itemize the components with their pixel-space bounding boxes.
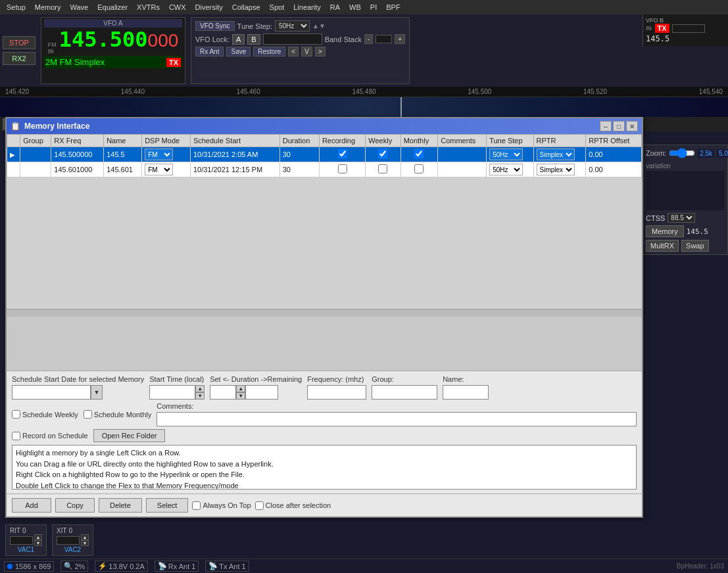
horizontal-scrollbar[interactable] [7,309,642,317]
rptr-select[interactable]: Simplex + - [537,164,575,175]
menu-xvtrs[interactable]: XVTRs [133,2,164,12]
col-monthly[interactable]: Monthly [400,135,438,147]
schedule-monthly-checkbox[interactable] [84,410,92,419]
xit-down[interactable]: ▼ [81,540,89,546]
monthly-checkbox[interactable] [414,149,424,158]
rit-input[interactable]: 0 [10,536,33,545]
vac2-label[interactable]: VAC2 [57,546,89,553]
vfo-freq-input[interactable]: 145.500000 [263,34,322,45]
memory-table-container[interactable]: Group RX Freq Name DSP Mode Schedule Sta… [7,134,642,371]
menu-wave[interactable]: Wave [66,2,92,12]
name-input[interactable]: 145.5 [443,385,489,400]
menu-bpf[interactable]: BPF [382,2,404,12]
tune-step-select[interactable]: 50Hz 100Hz [275,20,310,32]
monthly-checkbox[interactable] [414,164,424,173]
col-dspmode[interactable]: DSP Mode [142,135,191,147]
record-on-schedule-checkbox[interactable] [12,432,20,440]
menu-wb[interactable]: WB [345,2,365,12]
rptr-select[interactable]: Simplex + - [537,149,575,160]
save-button[interactable]: Save [226,47,251,57]
row-monthly[interactable] [400,162,438,177]
menu-pi[interactable]: PI [366,2,381,12]
frequency-input[interactable]: 145.500000 [307,385,366,400]
row-recording[interactable] [319,147,365,162]
close-after-selection-checkbox[interactable] [255,501,264,510]
menu-diversity[interactable]: Diversity [191,2,227,12]
row-weekly[interactable] [366,147,400,162]
row-monthly[interactable] [400,147,438,162]
row-schedstart[interactable]: 10/31/2021 12:15 PM [190,162,279,177]
record-on-schedule-label[interactable]: Record on Schedule [12,432,88,440]
row-dspmode[interactable]: FM USB LSB AM [142,147,191,162]
vfo-sync-button[interactable]: VFO Sync [195,21,235,31]
always-on-top-label[interactable]: Always On Top [192,501,251,510]
xit-up[interactable]: ▲ [81,534,89,540]
slider-area[interactable] [646,171,725,210]
row-rptr[interactable]: Simplex + - [533,162,586,177]
duration-input[interactable]: 30 [210,385,236,400]
schedule-weekly-checkbox[interactable] [12,410,20,419]
col-rptroffset[interactable]: RPTR Offset [586,135,642,147]
table-row[interactable]: ▶145.500000145.5 FM USB LSB AM 10/31/202… [7,147,642,162]
col-duration[interactable]: Duration [279,135,319,147]
tune-step-row-select[interactable]: 50Hz 100Hz [489,149,523,160]
band-stack-value[interactable]: 0 [376,35,392,43]
vfo-b-button[interactable]: B [247,34,260,45]
row-duration[interactable]: 30 [279,147,319,162]
time-up-button[interactable]: ▲ [195,385,205,392]
tune-step-row-select[interactable]: 50Hz 100Hz [489,164,523,175]
row-duration[interactable]: 30 [279,162,319,177]
time-down-button[interactable]: ▼ [195,392,205,400]
col-rptr[interactable]: RPTR [533,135,586,147]
recording-checkbox[interactable] [338,164,347,173]
row-schedstart[interactable]: 10/31/2021 2:05 AM [190,147,279,162]
zoom-5k[interactable]: 5.0k [717,149,728,158]
rit-down[interactable]: ▼ [34,540,42,546]
dsp-mode-select[interactable]: FM USB LSB AM [145,149,173,160]
band-stack-plus[interactable]: + [395,34,405,44]
row-weekly[interactable] [366,162,400,177]
menu-equalizer[interactable]: Equalizer [93,2,132,12]
duration-down-button[interactable]: ▼ [236,392,245,400]
add-button[interactable]: Add [12,498,51,513]
col-comments[interactable]: Comments [438,135,487,147]
schedule-weekly-label[interactable]: Schedule Weekly [12,410,78,419]
maximize-button[interactable]: □ [613,121,625,131]
table-row[interactable]: 145.601000145.601 FM USB LSB AM 10/31/20… [7,162,642,177]
row-rxfreq[interactable]: 145.601000 [51,162,104,177]
row-tunestep[interactable]: 50Hz 100Hz [487,147,533,162]
col-rxfreq[interactable]: RX Freq [51,135,104,147]
zoom-2k5[interactable]: 2.5k [698,149,714,158]
restore-button[interactable]: Restore [253,47,285,57]
weekly-checkbox[interactable] [378,164,387,173]
group-input[interactable] [372,385,437,400]
minimize-button[interactable]: – [600,121,612,131]
greater-button[interactable]: > [315,47,326,57]
menu-cwx[interactable]: CWX [165,2,190,12]
remaining-input[interactable] [245,385,278,400]
band-stack-minus[interactable]: - [364,34,373,44]
close-after-selection-label[interactable]: Close after selection [255,501,331,510]
multirx-button[interactable]: MultRX [646,240,679,252]
menu-spot[interactable]: Spot [266,2,289,12]
row-group[interactable] [20,147,51,162]
v-button[interactable]: V [301,47,312,57]
row-comments[interactable] [438,162,487,177]
col-schedstart[interactable]: Schedule Start [190,135,279,147]
start-time-input[interactable]: 2:05:44 [149,385,195,400]
vfo-a-frequency[interactable]: 145.500 [59,29,148,50]
col-group[interactable]: Group [20,135,51,147]
duration-up-button[interactable]: ▲ [236,385,245,392]
menu-ra[interactable]: RA [326,2,344,12]
less-button[interactable]: < [288,47,299,57]
col-weekly[interactable]: Weekly [366,135,400,147]
calendar-button[interactable]: ▼ [91,385,103,400]
col-tunestep[interactable]: Tune Step [487,135,533,147]
row-name[interactable]: 145.601 [104,162,142,177]
row-dspmode[interactable]: FM USB LSB AM [142,162,191,177]
menu-linearity[interactable]: Linearity [289,2,325,12]
rx2-button[interactable]: RX2 [3,52,36,65]
col-name[interactable]: Name [104,135,142,147]
row-comments[interactable] [438,147,487,162]
menu-setup[interactable]: Setup [3,2,30,12]
